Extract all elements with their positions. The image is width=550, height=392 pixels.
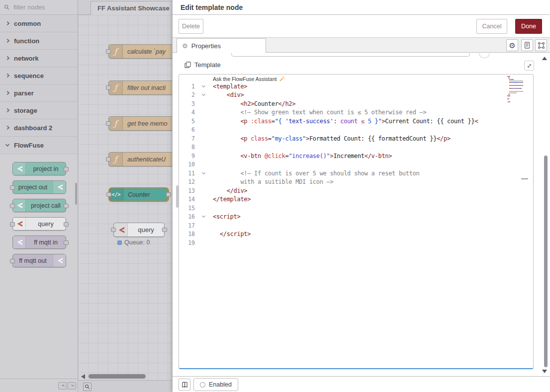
code-line[interactable]: 9 <v-btn @click="increase()">Increment</… (179, 152, 507, 160)
flow-node-filter-out-inacti[interactable]: ƒfilter out inacti (108, 80, 172, 95)
flow-node-counter[interactable]: </>Counter (108, 187, 169, 202)
minimap-line (507, 95, 523, 96)
node-port[interactable] (10, 259, 15, 263)
node-port[interactable] (166, 192, 171, 197)
code-line[interactable]: 18 </script> (179, 230, 507, 239)
code-line[interactable]: 3 <h2>Counter</h2> (179, 99, 507, 108)
editor-minimap[interactable] (507, 76, 523, 104)
node-status-label: Queue: 0 (124, 239, 150, 246)
palette-node-project-out[interactable]: project out (12, 180, 66, 194)
code-line[interactable]: 8 (179, 143, 507, 152)
palette-scrollbar[interactable] (75, 183, 77, 205)
palette-node-label: project call (26, 202, 66, 209)
flow-node-authenticateu[interactable]: ƒauthenticateU (108, 152, 172, 166)
node-port[interactable] (106, 121, 111, 126)
node-port[interactable] (106, 49, 111, 54)
code-line[interactable]: 7 <p class="my-class">Formatted Count: {… (179, 134, 507, 143)
node-port[interactable] (106, 157, 111, 161)
palette-node-label: project out (13, 184, 53, 191)
node-port[interactable] (162, 228, 167, 232)
node-port[interactable] (64, 240, 69, 245)
palette-category-function[interactable]: function (0, 32, 78, 50)
palette-node-ff-mqtt-in[interactable]: ff mqtt in (12, 235, 66, 249)
palette-category-sequence[interactable]: sequence (0, 67, 78, 84)
code-text: <template> (207, 83, 247, 90)
filter-nodes-input[interactable] (12, 3, 67, 11)
name-input-partial[interactable] (231, 53, 470, 57)
palette-category-storage[interactable]: storage (0, 102, 78, 119)
workspace-zoom-button[interactable] (83, 383, 92, 391)
node-port[interactable] (64, 167, 69, 171)
tab-properties[interactable]: ⚙ Properties (177, 38, 266, 53)
palette-expand-button[interactable] (68, 382, 76, 390)
code-line[interactable]: 14</template> (179, 195, 507, 204)
code-line[interactable]: 5 <p :class="{ 'text-success': count ≤ 5… (179, 117, 507, 126)
palette-node-query[interactable]: query (12, 217, 66, 231)
code-line[interactable]: 15 (179, 204, 507, 213)
node-port[interactable] (10, 185, 15, 190)
fold-toggle[interactable] (199, 173, 207, 174)
fold-toggle[interactable] (199, 216, 207, 217)
scroll-down-arrow[interactable] (542, 370, 547, 373)
assistant-placeholder-row[interactable]: Ask the FlowFuse Assistant (213, 76, 285, 82)
code-line[interactable]: 10 (179, 160, 507, 169)
palette-category-network[interactable]: network (0, 50, 78, 67)
code-line[interactable]: 4 <!— Show green text when count is ≤ 5 … (179, 108, 507, 117)
node-port[interactable] (111, 228, 116, 232)
flow-workspace[interactable]: FF Assistant Showcase ƒcalculate `payƒfi… (78, 0, 172, 392)
palette-node-label: ff mqtt out (13, 257, 53, 264)
palette-category-flowfuse[interactable]: FlowFuse (0, 137, 78, 154)
palette-category-common[interactable]: common (0, 15, 78, 32)
code-line[interactable]: 2 <div> (179, 91, 507, 100)
code-editor[interactable]: Ask the FlowFuse Assistant 1<template>2 … (179, 74, 534, 369)
node-port[interactable] (10, 204, 15, 208)
palette-category-label: common (14, 20, 41, 27)
code-line[interactable]: 17 (179, 221, 507, 230)
node-description-button[interactable] (521, 39, 533, 51)
editor-expand-button[interactable] (524, 61, 534, 71)
node-port[interactable] (64, 222, 69, 227)
flow-node-calculate-pay[interactable]: ƒcalculate `pay (108, 44, 172, 59)
scroll-up-arrow[interactable] (542, 57, 547, 60)
chevron-right-icon (5, 74, 9, 78)
form-scrollbar-thumb[interactable] (544, 156, 548, 367)
palette-search[interactable] (0, 0, 78, 15)
code-lines[interactable]: 1<template>2 <div>3 <h2>Counter</h2>4 <!… (179, 82, 507, 247)
cancel-button[interactable]: Cancel (476, 19, 507, 34)
palette-category-dashboard-2[interactable]: dashboard 2 (0, 119, 78, 137)
code-line[interactable]: 6 (179, 126, 507, 135)
palette-node-project-call[interactable]: project call (12, 199, 66, 212)
fold-toggle[interactable] (199, 86, 207, 87)
hscroll-left-arrow[interactable] (81, 374, 85, 379)
flow-node-get-free-memo[interactable]: ƒget free memo (108, 116, 172, 131)
code-line[interactable]: 11 <!— If count is over 5 we should show… (179, 169, 507, 178)
chevron-down-icon (71, 384, 74, 387)
code-line[interactable]: 13 </div> (179, 186, 507, 195)
function-icon: ƒ (109, 81, 123, 94)
delete-button[interactable]: Delete (179, 19, 203, 34)
code-line[interactable]: 19 (179, 238, 507, 247)
tab-ff-assistant-showcase[interactable]: FF Assistant Showcase (91, 1, 172, 15)
palette-node-project-in[interactable]: project in (12, 162, 66, 175)
palette-node-ff-mqtt-out[interactable]: ff mqtt out (12, 254, 66, 267)
code-line[interactable]: 1<template> (179, 82, 507, 91)
node-port[interactable] (106, 192, 111, 197)
enabled-toggle-button[interactable]: Enabled (193, 378, 238, 391)
hscroll-thumb[interactable] (89, 374, 146, 379)
docs-button[interactable] (179, 379, 190, 391)
code-line[interactable]: 16<script> (179, 213, 507, 222)
flow-node-query[interactable]: query (113, 223, 165, 237)
function-icon: ƒ (109, 45, 123, 58)
palette-category-parser[interactable]: parser (0, 84, 78, 102)
palette-collapse-button[interactable] (58, 382, 67, 390)
fold-toggle[interactable] (199, 94, 207, 95)
done-button[interactable]: Done (515, 19, 542, 34)
node-appearance-button[interactable] (535, 39, 547, 51)
minimap-line (507, 103, 523, 104)
node-port[interactable] (10, 222, 15, 227)
node-settings-button[interactable]: ⚙ (506, 39, 518, 51)
partial-round-button[interactable] (479, 53, 490, 58)
node-port[interactable] (106, 85, 111, 90)
node-port[interactable] (64, 204, 69, 208)
code-line[interactable]: 12 with a suitible MDI icon —> (179, 178, 507, 187)
